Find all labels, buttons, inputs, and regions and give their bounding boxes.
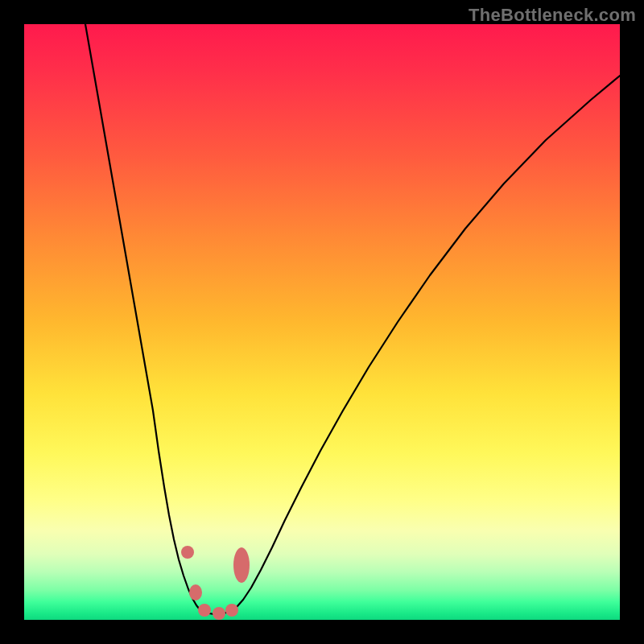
valley-dot-2 (213, 607, 225, 620)
left-upper-dot (181, 546, 194, 559)
right-cluster (233, 547, 250, 583)
chart-frame: TheBottleneck.com (0, 0, 644, 644)
curve-layer (24, 24, 620, 620)
valley-dot-1 (198, 604, 211, 617)
attribution-label: TheBottleneck.com (469, 5, 636, 26)
plot-area (24, 24, 620, 620)
valley-dot-3 (225, 604, 238, 617)
curve-markers (181, 546, 250, 620)
bottleneck-curve (85, 24, 620, 614)
left-lower-dot (189, 584, 202, 601)
